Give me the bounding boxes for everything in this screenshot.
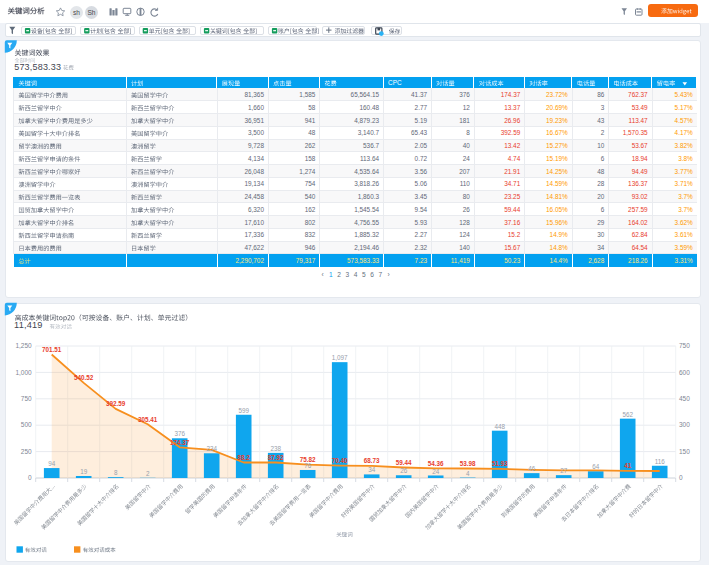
svg-text:450: 450 <box>679 395 690 402</box>
svg-text:94: 94 <box>48 460 56 467</box>
svg-text:64: 64 <box>592 463 600 470</box>
svg-text:376: 376 <box>174 430 185 437</box>
svg-text:500: 500 <box>21 421 32 428</box>
svg-text:250: 250 <box>21 448 32 455</box>
svg-text:24: 24 <box>432 468 440 475</box>
svg-text:234: 234 <box>206 445 217 452</box>
svg-text:750: 750 <box>21 395 32 402</box>
svg-text:26: 26 <box>400 467 408 474</box>
svg-text:34: 34 <box>368 466 376 473</box>
svg-text:4: 4 <box>466 470 470 477</box>
svg-text:392.59: 392.59 <box>106 400 126 407</box>
svg-text:87.92: 87.92 <box>268 454 284 461</box>
svg-text:1,250: 1,250 <box>15 342 32 349</box>
svg-text:1,097: 1,097 <box>332 354 348 361</box>
svg-text:68.73: 68.73 <box>364 457 380 464</box>
svg-text:27: 27 <box>560 467 568 474</box>
svg-text:300: 300 <box>679 421 690 428</box>
svg-text:53.98: 53.98 <box>460 460 476 467</box>
svg-text:174.37: 174.37 <box>170 439 190 446</box>
svg-text:70.40: 70.40 <box>332 457 348 464</box>
svg-text:701.51: 701.51 <box>42 346 62 353</box>
svg-text:599: 599 <box>238 407 249 414</box>
svg-text:88.2: 88.2 <box>238 454 251 461</box>
svg-text:75.82: 75.82 <box>300 456 316 463</box>
svg-text:2: 2 <box>146 470 150 477</box>
svg-text:562: 562 <box>622 411 633 418</box>
svg-text:51.93: 51.93 <box>492 460 508 467</box>
svg-text:41: 41 <box>624 462 632 469</box>
svg-text:448: 448 <box>494 423 505 430</box>
svg-text:540.52: 540.52 <box>74 374 94 381</box>
svg-text:238: 238 <box>270 445 281 452</box>
svg-text:116: 116 <box>655 458 666 465</box>
svg-text:750: 750 <box>679 342 690 349</box>
svg-text:150: 150 <box>679 448 690 455</box>
svg-text:600: 600 <box>679 369 690 376</box>
svg-text:19: 19 <box>80 468 88 475</box>
svg-text:8: 8 <box>114 469 118 476</box>
svg-text:59.44: 59.44 <box>396 459 412 466</box>
svg-text:0: 0 <box>679 474 683 481</box>
svg-text:0: 0 <box>28 474 32 481</box>
svg-text:46: 46 <box>528 465 536 472</box>
svg-text:305.41: 305.41 <box>138 416 158 423</box>
svg-text:54.36: 54.36 <box>428 460 444 467</box>
svg-text:1,000: 1,000 <box>15 369 32 376</box>
